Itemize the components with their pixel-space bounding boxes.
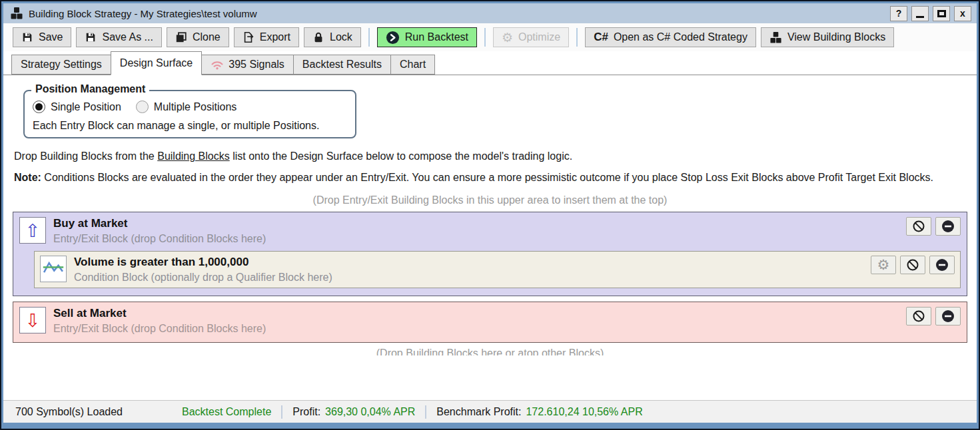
- lower-drop-hint: (Drop Building Blocks here or atop other…: [13, 347, 967, 355]
- position-management-groupbox: Position Management Single Position Mult…: [23, 90, 356, 138]
- clone-icon: [175, 31, 187, 43]
- benchmark-profit-value: 172.610,24 10,56% APR: [526, 406, 642, 418]
- drop-instructions: Drop Building Blocks from the Building B…: [14, 149, 967, 164]
- disable-icon: [912, 220, 925, 233]
- up-arrow-glyph: ⇧: [25, 222, 41, 240]
- design-surface: Position Management Single Position Mult…: [3, 75, 977, 400]
- disable-block-button[interactable]: [906, 217, 931, 236]
- run-icon: [386, 31, 400, 45]
- condition-block-header: Volume is greater than 1,000,000 Conditi…: [40, 256, 955, 284]
- toolbar-separator: [484, 28, 486, 47]
- profit-label: Profit:: [292, 406, 320, 418]
- note-label: Note:: [14, 172, 41, 183]
- help-button[interactable]: ?: [890, 6, 907, 21]
- sell-block-actions: [906, 307, 961, 325]
- buy-block-header: ⇧ Buy at Market Entry/Exit Block (drop C…: [19, 217, 961, 245]
- buy-block-subtitle: Entry/Exit Block (drop Condition Blocks …: [53, 233, 266, 245]
- clone-label: Clone: [193, 31, 221, 43]
- multiple-positions-radio[interactable]: [136, 101, 149, 113]
- status-separator: [425, 405, 426, 419]
- clone-button[interactable]: Clone: [167, 27, 229, 47]
- minimize-icon: [916, 16, 924, 18]
- run-backtest-button[interactable]: Run Backtest: [377, 27, 477, 47]
- tab-signals[interactable]: 395 Signals: [201, 55, 294, 75]
- position-radio-row: Single Position Multiple Positions: [33, 101, 347, 113]
- buy-block-title: Buy at Market: [53, 217, 266, 230]
- window-controls: ? x: [890, 6, 971, 21]
- tab-label: Chart: [400, 59, 426, 71]
- gears-icon: ⚙: [502, 31, 513, 44]
- export-icon: [243, 31, 254, 43]
- remove-icon: [941, 310, 955, 323]
- open-csharp-button[interactable]: C# Open as C# Coded Strategy: [585, 27, 756, 47]
- window-frame: Building Block Strategy - My Strategies\…: [1, 1, 979, 429]
- sell-block-titles: Sell at Market Entry/Exit Block (drop Co…: [53, 307, 266, 335]
- tab-label: 395 Signals: [229, 59, 284, 71]
- single-position-radio[interactable]: [33, 101, 45, 113]
- groupbox-legend: Position Management: [31, 83, 149, 95]
- building-blocks-link[interactable]: Building Blocks: [157, 150, 230, 162]
- toolbar: Save Save As ... Clone Export: [3, 23, 977, 51]
- lock-icon: [312, 31, 324, 43]
- profit-value: 369,30 0,04% APR: [325, 406, 415, 418]
- tab-strategy-settings[interactable]: Strategy Settings: [11, 55, 111, 75]
- save-label: Save: [39, 31, 63, 43]
- toolbar-separator: [368, 28, 370, 47]
- benchmark-profit-label: Benchmark Profit:: [436, 406, 521, 418]
- remove-icon: [935, 258, 949, 272]
- app-window: Building Block Strategy - My Strategies\…: [0, 0, 980, 430]
- minimize-button[interactable]: [911, 6, 929, 21]
- tab-bar: Strategy Settings Design Surface 395 Sig…: [3, 51, 977, 75]
- buy-block-actions: [906, 217, 961, 236]
- volume-condition-block[interactable]: Volume is greater than 1,000,000 Conditi…: [34, 251, 961, 288]
- save-button[interactable]: Save: [13, 27, 71, 47]
- save-as-button[interactable]: Save As ...: [76, 27, 161, 47]
- building-blocks-app-icon: [10, 7, 23, 20]
- disable-icon: [906, 258, 919, 272]
- down-arrow-glyph: ⇩: [25, 312, 41, 329]
- csharp-icon: C#: [594, 31, 608, 44]
- disable-block-button[interactable]: [900, 256, 925, 274]
- save-as-icon: [85, 31, 97, 43]
- condition-block-titles: Volume is greater than 1,000,000 Conditi…: [74, 256, 332, 284]
- sell-at-market-block[interactable]: ⇩ Sell at Market Entry/Exit Block (drop …: [13, 302, 967, 343]
- tab-backtest-results[interactable]: Backtest Results: [293, 55, 391, 75]
- run-backtest-label: Run Backtest: [405, 31, 468, 43]
- remove-icon: [941, 220, 955, 233]
- remove-block-button[interactable]: [935, 307, 961, 325]
- status-separator: [281, 405, 282, 419]
- export-button[interactable]: Export: [234, 27, 299, 47]
- lock-label: Lock: [330, 31, 352, 43]
- lock-button[interactable]: Lock: [304, 27, 361, 47]
- remove-block-button[interactable]: [929, 256, 955, 274]
- sell-block-subtitle: Entry/Exit Block (drop Condition Blocks …: [53, 323, 266, 335]
- save-as-label: Save As ...: [102, 31, 153, 43]
- buy-at-market-block[interactable]: ⇧ Buy at Market Entry/Exit Block (drop C…: [13, 212, 967, 296]
- single-position-label: Single Position: [51, 101, 121, 113]
- close-button[interactable]: x: [954, 6, 971, 21]
- tab-design-surface[interactable]: Design Surface: [111, 51, 202, 75]
- condition-settings-button[interactable]: ⚙: [871, 256, 896, 274]
- save-icon: [21, 31, 33, 43]
- note-text: Conditions Blocks are evaluated in the o…: [41, 172, 933, 183]
- maximize-button[interactable]: [933, 6, 950, 21]
- drop-instructions-text: list onto the Design Surface below to co…: [230, 150, 572, 162]
- sell-arrow-icon: ⇩: [19, 307, 46, 333]
- disable-block-button[interactable]: [906, 307, 931, 325]
- view-building-blocks-button[interactable]: View Building Blocks: [761, 27, 894, 47]
- optimize-button[interactable]: ⚙ Optimize: [493, 27, 569, 47]
- tab-label: Backtest Results: [302, 59, 382, 71]
- drop-instructions-text: Drop Building Blocks from the: [14, 150, 157, 162]
- position-management-description: Each Entry Block can manage a single, or…: [33, 120, 347, 132]
- buy-block-titles: Buy at Market Entry/Exit Block (drop Con…: [53, 217, 266, 245]
- export-label: Export: [260, 31, 290, 43]
- sell-block-title: Sell at Market: [53, 307, 266, 320]
- remove-block-button[interactable]: [935, 217, 961, 236]
- tab-label: Strategy Settings: [21, 59, 102, 71]
- tab-label: Design Surface: [120, 57, 193, 69]
- sell-block-header: ⇩ Sell at Market Entry/Exit Block (drop …: [19, 307, 961, 335]
- signals-wifi-icon: [211, 59, 224, 70]
- tab-chart[interactable]: Chart: [390, 55, 435, 75]
- condition-block-actions: ⚙: [871, 256, 955, 274]
- optimize-label: Optimize: [518, 31, 560, 43]
